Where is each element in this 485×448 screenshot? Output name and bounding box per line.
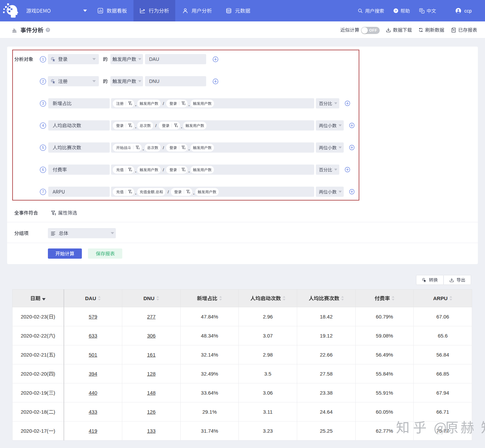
svg-text:?: ?	[47, 28, 49, 32]
svg-text:7: 7	[42, 190, 44, 194]
svg-text:1: 1	[42, 57, 44, 61]
svg-text:?: ?	[395, 9, 397, 13]
svg-text:5: 5	[42, 145, 44, 150]
svg-text:3: 3	[42, 101, 44, 105]
svg-text:2: 2	[42, 79, 44, 83]
svg-text:6: 6	[42, 168, 44, 172]
svg-text:4: 4	[42, 123, 44, 127]
